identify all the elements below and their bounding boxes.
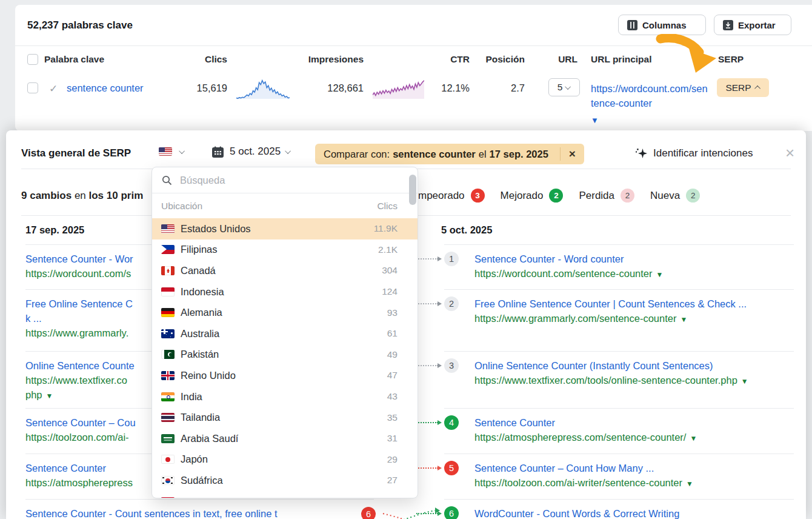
col-header-impressions[interactable]: Impresiones xyxy=(291,54,364,65)
export-button[interactable]: Exportar xyxy=(714,15,791,35)
col-header-keyword[interactable]: Palabra clave xyxy=(44,54,104,65)
keyword-link[interactable]: sentence counter xyxy=(67,82,144,94)
select-all-checkbox[interactable] xyxy=(27,54,38,65)
country-select[interactable] xyxy=(159,147,185,156)
stat-count-badge: 2 xyxy=(621,189,634,203)
location-option[interactable]: Pakistán 49 xyxy=(152,344,418,366)
row-check-icon: ✓ xyxy=(49,82,58,95)
result-url-link[interactable]: https://toolzoon.com/ai-writer/sentence-… xyxy=(474,475,794,491)
location-option[interactable]: Reino Unido 47 xyxy=(152,365,418,386)
country-flag-icon xyxy=(161,266,175,275)
col-header-serp[interactable]: SERP xyxy=(718,54,744,65)
serp-result-new: 4 Sentence Counter https://atmospherepre… xyxy=(444,415,794,446)
chevron-down-icon xyxy=(565,84,571,90)
country-flag-icon xyxy=(161,350,175,359)
row-checkbox[interactable] xyxy=(27,82,38,93)
location-option[interactable]: Arabia Saudí 31 xyxy=(152,428,418,449)
position-badge: 2 xyxy=(444,296,459,311)
change-stats: mpeorado 3 Mejorado 2 Perdida 2 Nueva 2 xyxy=(418,189,700,203)
dropdown-search-row xyxy=(152,167,418,193)
columns-button[interactable]: Columnas xyxy=(618,15,706,35)
country-flag-icon xyxy=(161,224,175,233)
result-title-link[interactable]: Sentence Counter - Count sentences in te… xyxy=(25,506,374,519)
sparkles-icon xyxy=(635,147,647,159)
url-expand-caret-icon[interactable]: ▼ xyxy=(656,270,664,279)
changes-summary: 9 cambios en los 10 prim xyxy=(21,190,143,202)
keywords-count-title: 52,237 palabras clave xyxy=(27,19,133,32)
stat-count-badge: 3 xyxy=(471,189,485,203)
close-modal-icon[interactable]: × xyxy=(785,145,794,161)
result-title-link[interactable]: Sentence Counter xyxy=(474,415,794,430)
url-expand-caret-icon[interactable]: ▼ xyxy=(741,377,748,386)
location-option[interactable]: Filipinas 2.1K xyxy=(152,239,418,261)
col-header-url[interactable]: URL xyxy=(535,54,577,65)
position-badge: 5 xyxy=(444,461,459,475)
url-expand-caret-icon[interactable]: ▼ xyxy=(690,434,697,443)
country-flag-icon xyxy=(161,413,175,422)
country-flag-icon xyxy=(161,392,175,401)
result-url-link[interactable]: https://www.grammarly.com/sentence-count… xyxy=(474,311,794,327)
country-flag-icon xyxy=(161,245,175,254)
country-flag-icon xyxy=(161,329,175,338)
location-option[interactable]: Estados Unidos 11.9K xyxy=(152,218,418,239)
result-url-link[interactable]: https://wordcount.com/sentence-counter▼ xyxy=(474,266,794,282)
stat-count-badge: 2 xyxy=(549,189,563,203)
col-header-ctr[interactable]: CTR xyxy=(421,54,470,65)
serp-overview-page: { "keywords_table": { "title": "52,237 p… xyxy=(0,0,812,519)
compare-date: 17 sep. 2025 xyxy=(490,149,548,160)
location-option[interactable]: Australia 61 xyxy=(152,323,418,344)
col-header-clicks[interactable]: Clics xyxy=(167,54,227,65)
location-option[interactable]: Puerto Rico 25 xyxy=(152,491,418,498)
location-option[interactable]: Japón 29 xyxy=(152,449,418,470)
rank-connector-icon xyxy=(416,365,438,366)
url-expand-caret-icon[interactable]: ▼ xyxy=(680,315,687,324)
calendar-icon xyxy=(212,146,224,158)
location-option[interactable]: Indonesia 124 xyxy=(152,281,418,303)
result-url-link[interactable]: https://www.textfixer.com/tools/online-s… xyxy=(474,373,794,389)
country-flag-icon xyxy=(161,287,175,296)
highlight-arrow-annotation xyxy=(656,34,720,74)
serp-toggle-button[interactable]: SERP xyxy=(717,78,769,97)
location-dropdown: Ubicación Clics Estados Unidos 11.9K Fil… xyxy=(151,167,418,498)
location-option[interactable]: Canadá 304 xyxy=(152,260,418,281)
position-badge: 4 xyxy=(444,415,459,430)
modal-title: Vista general de SERP xyxy=(21,147,131,159)
location-search-input[interactable] xyxy=(180,175,380,186)
stat-count-badge: 2 xyxy=(686,189,700,203)
compare-chip[interactable]: Comparar con: sentence counter el 17 sep… xyxy=(315,144,584,164)
result-url-link[interactable]: https://atmospherepress.com/sentence-cou… xyxy=(474,430,794,446)
url-count-select[interactable]: 5 xyxy=(548,78,580,96)
rank-connector-icon xyxy=(416,303,438,304)
result-title-link[interactable]: Online Sentence Counter (Instantly Count… xyxy=(474,358,794,373)
result-title-link[interactable]: Sentence Counter - Word counter xyxy=(474,252,794,266)
serp-result-new: 2 Free Online Sentence Counter | Count S… xyxy=(444,296,794,327)
search-icon xyxy=(162,175,172,186)
compare-keyword: sentence counter xyxy=(393,149,476,160)
location-option[interactable]: India 43 xyxy=(152,386,418,407)
ctr-value: 12.1% xyxy=(421,82,470,94)
result-title-link[interactable]: Free Online Sentence Counter | Count Sen… xyxy=(474,296,794,311)
col-header-main-url[interactable]: URL principal xyxy=(591,54,651,65)
country-flag-icon xyxy=(161,455,175,464)
col-header-position[interactable]: Posición xyxy=(464,54,525,65)
url-expand-caret-icon[interactable]: ▼ xyxy=(46,392,53,400)
url-expand-caret-icon[interactable]: ▼ xyxy=(686,480,693,488)
chevron-down-icon xyxy=(285,148,291,154)
location-option[interactable]: Alemania 93 xyxy=(152,302,418,323)
chevron-up-icon xyxy=(754,85,760,92)
rank-connector-icon xyxy=(416,467,438,469)
chevron-down-icon xyxy=(179,148,185,154)
remove-compare-icon[interactable]: × xyxy=(560,147,576,161)
result-title-link[interactable]: Sentence Counter – Count How Many ... xyxy=(474,461,794,475)
main-url-cell[interactable]: https://wordcount.com/sentence-counter ▼ xyxy=(591,81,710,128)
country-flag-icon xyxy=(161,434,175,443)
location-option[interactable]: Sudáfrica 27 xyxy=(152,470,418,491)
location-list: Estados Unidos 11.9K Filipinas 2.1K Cana… xyxy=(152,218,418,498)
location-option[interactable]: Tailandia 35 xyxy=(152,407,418,428)
url-expand-caret-icon[interactable]: ▼ xyxy=(591,113,710,128)
change-stat: mpeorado 3 xyxy=(418,189,485,203)
date-select[interactable]: 5 oct. 2025 xyxy=(212,146,291,158)
result-title-link[interactable]: WordCounter - Count Words & Correct Writ… xyxy=(474,506,794,519)
identify-intents-button[interactable]: Identificar intenciones xyxy=(635,147,753,159)
left-column-date: 17 sep. 2025 xyxy=(25,224,84,236)
